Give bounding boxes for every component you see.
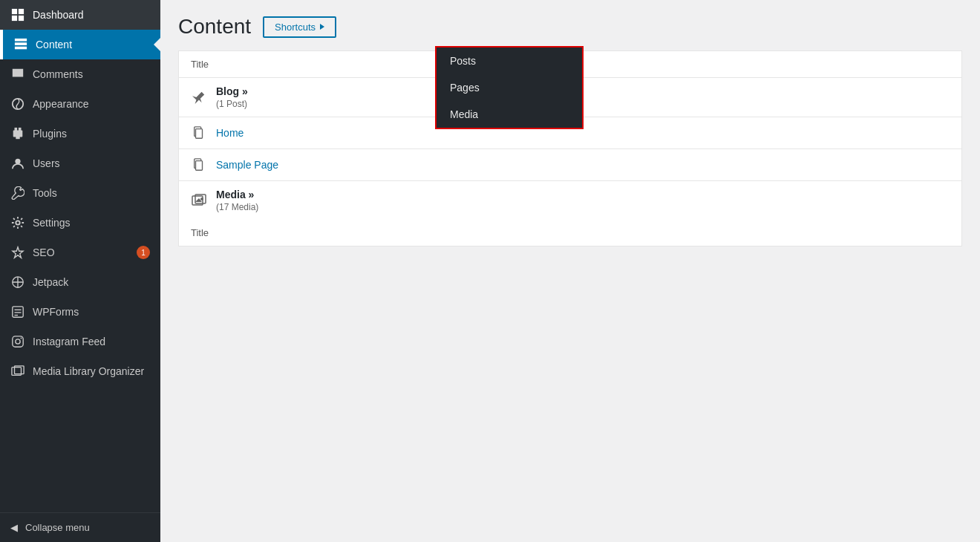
svg-rect-12 <box>13 131 23 137</box>
sidebar-item-tools-label: Tools <box>33 187 150 199</box>
row-media-title: Media » <box>216 189 258 200</box>
sidebar-item-comments[interactable]: Comments <box>0 59 160 89</box>
svg-point-32 <box>200 197 203 200</box>
svg-rect-8 <box>15 74 19 75</box>
table-cell: Media » (17 Media) <box>179 181 962 221</box>
sidebar-item-content-label: Content <box>36 39 150 50</box>
plugins-icon <box>10 126 25 141</box>
sidebar-item-wpforms[interactable]: WPForms <box>0 297 160 327</box>
svg-rect-7 <box>15 71 22 73</box>
svg-point-14 <box>15 159 20 164</box>
svg-rect-6 <box>15 47 27 50</box>
shortcuts-dropdown: Posts Pages Media <box>435 46 584 129</box>
sidebar-item-media-library-organizer[interactable]: Media Library Organizer <box>0 356 160 386</box>
pin-icon <box>191 89 207 105</box>
sidebar-item-wpforms-label: WPForms <box>33 306 150 318</box>
dropdown-item-pages[interactable]: Pages <box>437 74 582 101</box>
content-area: Content Shortcuts Posts Pages Media Titl… <box>160 0 980 542</box>
shortcuts-arrow-icon <box>320 24 324 30</box>
row-home-title: Home <box>216 127 244 139</box>
sidebar-item-settings-label: Settings <box>33 217 150 229</box>
main-content: Content Shortcuts Posts Pages Media Titl… <box>160 0 980 542</box>
sidebar-item-plugins-label: Plugins <box>33 128 150 140</box>
svg-rect-0 <box>12 9 17 14</box>
sidebar-item-users-label: Users <box>33 157 150 169</box>
content-icon <box>13 37 28 52</box>
comments-icon <box>10 67 25 82</box>
svg-rect-27 <box>196 129 203 139</box>
row-blog-title: Blog » <box>216 85 248 97</box>
collapse-icon: ◀ <box>10 522 18 533</box>
row-home-link[interactable]: Home <box>216 127 244 139</box>
page-icon <box>191 157 207 173</box>
svg-rect-2 <box>12 16 17 21</box>
collapse-menu-button[interactable]: ◀ Collapse menu <box>0 512 160 542</box>
jetpack-icon <box>10 275 25 290</box>
sidebar-item-dashboard-label: Dashboard <box>33 9 150 21</box>
sidebar-item-settings[interactable]: Settings <box>0 208 160 238</box>
sidebar-item-comments-label: Comments <box>33 68 150 80</box>
seo-badge: 1 <box>137 246 150 259</box>
svg-rect-1 <box>19 9 24 14</box>
sidebar-item-seo-label: SEO <box>33 246 126 258</box>
sidebar-item-dashboard[interactable]: Dashboard <box>0 0 160 30</box>
table-row: Media » (17 Media) <box>179 181 962 221</box>
page-header: Content Shortcuts <box>178 15 962 39</box>
sidebar-item-jetpack[interactable]: Jetpack <box>0 267 160 297</box>
sidebar-item-plugins[interactable]: Plugins <box>0 119 160 148</box>
svg-rect-13 <box>16 137 19 140</box>
dashboard-icon <box>10 7 25 22</box>
page-icon <box>191 125 207 141</box>
sidebar-item-content[interactable]: Content <box>0 30 160 59</box>
dropdown-item-media[interactable]: Media <box>437 101 582 128</box>
sidebar-item-seo[interactable]: SEO 1 <box>0 238 160 267</box>
svg-rect-5 <box>15 42 27 45</box>
sidebar-item-tools[interactable]: Tools <box>0 178 160 208</box>
table-cell: Sample Page <box>179 149 962 181</box>
users-icon <box>10 156 25 171</box>
svg-point-15 <box>16 221 19 224</box>
page-title: Content <box>178 15 251 39</box>
row-blog-subtitle: (1 Post) <box>216 99 248 109</box>
sidebar-item-users[interactable]: Users <box>0 148 160 178</box>
table-row: Sample Page <box>179 149 962 181</box>
row-sample-page-link[interactable]: Sample Page <box>216 159 278 171</box>
sidebar-item-appearance-label: Appearance <box>33 98 150 110</box>
svg-rect-4 <box>15 39 27 42</box>
collapse-label: Collapse menu <box>25 522 90 533</box>
tools-icon <box>10 186 25 200</box>
appearance-icon <box>10 97 25 111</box>
sidebar-item-appearance[interactable]: Appearance <box>0 89 160 119</box>
shortcuts-label: Shortcuts <box>275 22 316 33</box>
svg-rect-29 <box>196 161 203 171</box>
svg-rect-3 <box>19 16 24 21</box>
instagram-icon <box>10 334 25 349</box>
dropdown-item-posts[interactable]: Posts <box>437 48 582 74</box>
sidebar-item-media-library-organizer-label: Media Library Organizer <box>33 365 150 377</box>
settings-icon <box>10 215 25 230</box>
shortcuts-button[interactable]: Shortcuts <box>263 16 336 38</box>
row-sample-page-title: Sample Page <box>216 159 278 171</box>
sidebar: Dashboard Content Comments Appearance Pl… <box>0 0 160 542</box>
row-media-subtitle: (17 Media) <box>216 202 258 212</box>
svg-point-23 <box>21 338 22 339</box>
sidebar-item-instagram-feed[interactable]: Instagram Feed <box>0 327 160 356</box>
sidebar-item-jetpack-label: Jetpack <box>33 276 150 288</box>
seo-icon <box>10 245 25 260</box>
media-library-icon <box>10 364 25 379</box>
wpforms-icon <box>10 304 25 319</box>
table-footer-title: Title <box>179 220 962 246</box>
sidebar-item-instagram-feed-label: Instagram Feed <box>33 336 150 347</box>
svg-point-22 <box>16 339 20 344</box>
media-icon <box>191 192 207 209</box>
